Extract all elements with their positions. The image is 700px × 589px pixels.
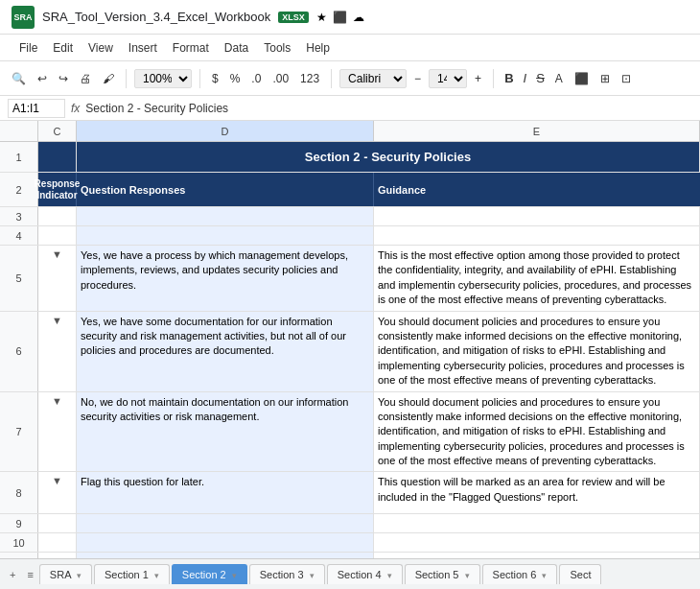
cell-9-d[interactable]: [77, 514, 374, 532]
tab-section3[interactable]: Section 3 ▾: [249, 564, 325, 584]
menu-file[interactable]: File: [12, 37, 45, 59]
sheet-nav-btn[interactable]: ≡: [21, 565, 38, 584]
menu-data[interactable]: Data: [217, 37, 256, 59]
cloud-icon[interactable]: ☁: [353, 11, 364, 24]
undo-btn[interactable]: ↩: [34, 70, 51, 87]
cell-5-c[interactable]: ▼: [38, 246, 77, 311]
add-sheet-btn[interactable]: +: [4, 565, 21, 584]
column-headers: C D E: [0, 121, 700, 142]
highlight-btn[interactable]: ⬛: [571, 70, 593, 87]
cell-6-d[interactable]: Yes, we have some documentation for our …: [77, 312, 374, 391]
cell-7-e[interactable]: You should document policies and procedu…: [374, 392, 700, 472]
tab-section5[interactable]: Section 5 ▾: [405, 564, 480, 584]
star-icon[interactable]: ★: [316, 11, 327, 24]
font-size-select[interactable]: 14: [429, 69, 467, 88]
number-format-btn[interactable]: 123: [296, 70, 323, 87]
cell-9-c[interactable]: [38, 514, 77, 532]
decimal-down-btn[interactable]: .0: [247, 70, 265, 87]
row-num-header: [0, 121, 38, 141]
row-num: 5: [0, 246, 38, 311]
file-type-badge: XLSX: [278, 12, 309, 23]
cell-1-c[interactable]: [38, 142, 77, 172]
menu-bar: File Edit View Insert Format Data Tools …: [0, 35, 700, 61]
menu-view[interactable]: View: [81, 37, 121, 59]
tab-section1[interactable]: Section 1 ▾: [94, 564, 170, 584]
font-size-down-btn[interactable]: −: [410, 70, 425, 87]
menu-tools[interactable]: Tools: [256, 37, 298, 59]
subheader-e: Guidance: [374, 173, 700, 206]
tab-sra[interactable]: SRA ▾: [39, 564, 92, 584]
cell-8-d[interactable]: Flag this question for later.: [77, 472, 374, 513]
zoom-select[interactable]: 100%: [134, 69, 192, 88]
table-row: 1 Section 2 - Security Policies: [0, 142, 700, 173]
cell-9-e[interactable]: [374, 514, 700, 532]
table-row: 6 ▼ Yes, we have some documentation for …: [0, 312, 700, 392]
row-num: 9: [0, 514, 38, 532]
cell-4-c[interactable]: [38, 226, 77, 245]
decimal-up-btn[interactable]: .00: [268, 70, 292, 87]
tab-section2[interactable]: Section 2 ▾: [172, 564, 247, 584]
cell-5-e[interactable]: This is the most effective option among …: [374, 246, 700, 311]
paint-format-btn[interactable]: 🖌: [99, 70, 118, 87]
font-color-btn[interactable]: A: [551, 70, 567, 87]
table-row: 7 ▼ No, we do not maintain documentation…: [0, 392, 700, 473]
subheader-c: Response Indicator: [38, 173, 77, 206]
cell-7-c[interactable]: ▼: [38, 392, 77, 472]
font-size-up-btn[interactable]: +: [471, 70, 485, 87]
app-icon: SRA: [12, 6, 35, 29]
cell-8-c[interactable]: ▼: [38, 472, 77, 513]
cell-6-e[interactable]: You should document policies and procedu…: [374, 312, 700, 391]
merge-btn[interactable]: ⊡: [618, 70, 635, 87]
sheet-tabs: + ≡ SRA ▾ Section 1 ▾ Section 2 ▾ Sectio…: [0, 558, 700, 589]
row-num: 8: [0, 472, 38, 513]
col-header-d[interactable]: D: [77, 121, 374, 141]
cell-10-c[interactable]: [38, 533, 77, 552]
strikethrough-btn[interactable]: S: [533, 69, 548, 87]
row-num: 4: [0, 226, 38, 245]
table-row: 4: [0, 226, 700, 246]
table-row: 10: [0, 533, 700, 553]
separator-3: [331, 69, 332, 88]
menu-help[interactable]: Help: [298, 37, 338, 59]
formula-input[interactable]: Section 2 - Security Policies: [85, 102, 692, 115]
cell-3-e[interactable]: [374, 207, 700, 225]
percent-btn[interactable]: %: [226, 70, 245, 87]
cell-reference-input[interactable]: [8, 99, 65, 118]
tab-section4[interactable]: Section 4 ▾: [327, 564, 403, 584]
cell-8-e[interactable]: This question will be marked as an area …: [374, 472, 700, 513]
cell-5-d[interactable]: Yes, we have a process by which manageme…: [77, 246, 374, 311]
col-header-e[interactable]: E: [374, 121, 700, 141]
col-header-c[interactable]: C: [38, 121, 77, 141]
grid-body: 1 Section 2 - Security Policies 2 Respon…: [0, 142, 700, 558]
tab-sect[interactable]: Sect: [559, 564, 601, 584]
formula-bar: fx Section 2 - Security Policies: [0, 96, 700, 121]
tab-section6[interactable]: Section 6 ▾: [482, 564, 558, 584]
font-select[interactable]: Calibri: [339, 69, 407, 88]
cell-10-e[interactable]: [374, 533, 700, 552]
cell-3-c[interactable]: [38, 207, 77, 225]
cell-4-d[interactable]: [77, 226, 374, 245]
table-row: 8 ▼ Flag this question for later. This q…: [0, 472, 700, 514]
cell-4-e[interactable]: [374, 226, 700, 245]
table-row: 3: [0, 207, 700, 226]
grid-icon[interactable]: ⬛: [333, 11, 347, 24]
separator-4: [493, 69, 494, 88]
borders-btn[interactable]: ⊞: [596, 70, 614, 87]
search-btn[interactable]: 🔍: [8, 70, 30, 87]
italic-btn[interactable]: I: [521, 69, 530, 87]
table-row: 2 Response Indicator Question Responses …: [0, 173, 700, 207]
cell-6-c[interactable]: ▼: [38, 312, 77, 391]
cell-3-d[interactable]: [77, 207, 374, 225]
menu-insert[interactable]: Insert: [121, 37, 165, 59]
menu-edit[interactable]: Edit: [45, 37, 81, 59]
redo-btn[interactable]: ↪: [55, 70, 72, 87]
print-btn[interactable]: 🖨: [76, 70, 95, 87]
bold-btn[interactable]: B: [502, 69, 516, 87]
cell-10-d[interactable]: [77, 533, 374, 552]
cell-7-d[interactable]: No, we do not maintain documentation on …: [77, 392, 374, 472]
row-num: 2: [0, 173, 38, 206]
section-header-cell: Section 2 - Security Policies: [77, 142, 700, 172]
window-title: SRA_Tool_Version_3.4_Excel_Workbook: [42, 10, 270, 24]
currency-btn[interactable]: $: [208, 70, 222, 87]
menu-format[interactable]: Format: [165, 37, 217, 59]
